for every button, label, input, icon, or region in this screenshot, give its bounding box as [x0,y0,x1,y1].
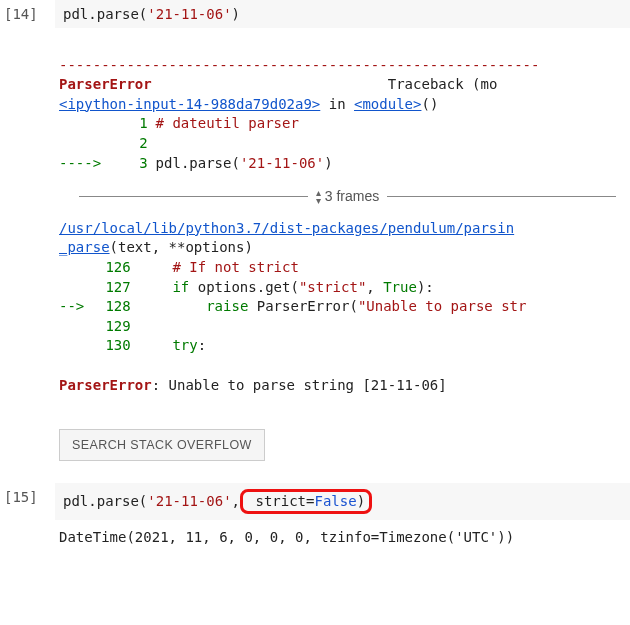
lineno-128: 128 [93,297,131,317]
l127-rest1: options.get( [189,279,299,295]
cell-14-output: ----------------------------------------… [55,28,630,483]
in-word: in [320,96,354,112]
cell-15-input[interactable]: pdl.parse('21-11-06', strict=False) [55,483,630,520]
src3-callarg: '21-11-06' [240,155,324,171]
code15-close: ) [357,493,365,509]
error-name: ParserError [59,76,152,92]
traceback-label: Traceback (mo [388,76,498,92]
code15-fn: pdl.parse( [63,493,147,509]
cell-14-input[interactable]: pdl.parse('21-11-06') [55,0,630,28]
l127-if: if [172,279,189,295]
search-stack-overflow-button[interactable]: SEARCH STACK OVERFLOW [59,429,265,461]
frames-separator[interactable]: ▴▾ 3 frames [79,187,616,207]
code15-comma: , [232,493,240,509]
src3-callclose: ) [324,155,332,171]
lineno-3: 3 [110,154,148,174]
l128-raise: raise [206,298,248,314]
module-close: () [421,96,438,112]
lineno-1: 1 [110,114,148,134]
l126-comment: # If not strict [172,259,298,275]
lineno-130: 130 [93,336,131,356]
frames-label: 3 frames [325,187,379,207]
l127-comma: , [366,279,383,295]
l128-call: ParserError( [248,298,358,314]
cell-15-output: DateTime(2021, 11, 6, 0, 0, 0, tzinfo=Ti… [55,520,630,556]
frames-line-right [387,196,616,197]
l128-msg: "Unable to parse str [358,298,527,314]
l127-true: True [383,279,417,295]
arrow-128: --> [59,298,84,314]
ipython-input-link[interactable]: <ipython-input-14-988da79d02a9> [59,96,320,112]
frames-line-left [79,196,308,197]
expand-icon[interactable]: ▴▾ [316,189,321,205]
final-error-msg: : Unable to parse string [21-11-06] [152,377,447,393]
code15-strict-kw: strict= [247,493,314,509]
code15-arg: '21-11-06' [147,493,231,509]
cell-15: [15] pdl.parse('21-11-06', strict=False) [0,483,630,520]
l127-rest2: ): [417,279,434,295]
final-error-name: ParserError [59,377,152,393]
code-fn: pdl.parse( [63,6,147,22]
strict-false-highlight: strict=False) [240,489,372,514]
l130-colon: : [198,337,206,353]
parse-sig: (text, **options) [110,239,253,255]
cell-14-prompt: [14] [0,0,55,28]
code-close: ) [232,6,240,22]
src3-callfn: pdl.parse( [156,155,240,171]
parse-fn[interactable]: _parse [59,239,110,255]
cell-15-output-text: DateTime(2021, 11, 6, 0, 0, 0, tzinfo=Ti… [59,529,514,545]
l127-strict: "strict" [299,279,366,295]
lineno-2: 2 [110,134,148,154]
code-arg: '21-11-06' [147,6,231,22]
traceback-rule: ----------------------------------------… [59,57,539,73]
cell-14: [14] pdl.parse('21-11-06') [0,0,630,28]
src1-text: # dateutil parser [156,115,299,131]
cell-15-prompt: [15] [0,483,55,511]
file-link[interactable]: /usr/local/lib/python3.7/dist-packages/p… [59,220,514,236]
arrow-3: ----> [59,155,101,171]
lineno-126: 126 [93,258,131,278]
lineno-129: 129 [93,317,131,337]
lineno-127: 127 [93,278,131,298]
module-link[interactable]: <module> [354,96,421,112]
code15-false: False [314,493,356,509]
l130-try: try [172,337,197,353]
